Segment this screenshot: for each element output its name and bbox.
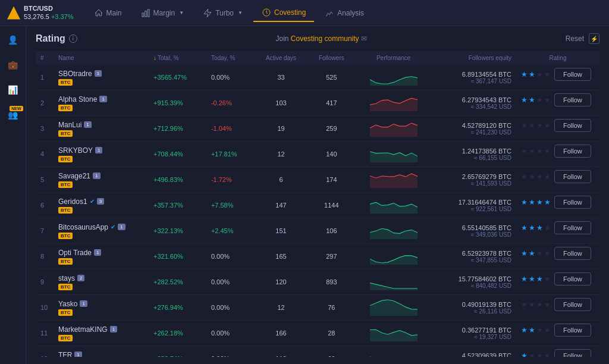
nav-item-covesting[interactable]: Covesting <box>253 4 314 22</box>
total-cell: +496.83% <box>149 167 206 193</box>
active-days-cell: 19 <box>254 116 307 142</box>
rank-cell: 6 <box>36 193 54 218</box>
top-navigation: BTC/USD 53,276.5 +3.37% Main Margin ▼ Tu… <box>0 0 609 26</box>
star-rating: ★★★★ <box>521 96 551 104</box>
home-icon <box>94 8 103 18</box>
active-days-cell: 33 <box>254 65 307 90</box>
table-header-row: # Name ↓Total, % Today, % Active days Fo… <box>36 51 599 65</box>
performance-cell <box>355 269 432 295</box>
performance-cell <box>355 218 432 244</box>
usd-amount: ≈ 347,855 USD <box>437 257 511 263</box>
nav-item-turbo[interactable]: Turbo ▼ <box>194 5 251 21</box>
follow-button[interactable]: Follow <box>554 298 591 311</box>
usd-amount: ≈ 26,116 USD <box>437 308 511 315</box>
svg-marker-14 <box>370 330 417 341</box>
follow-button[interactable]: Follow <box>554 93 591 106</box>
active-days-cell: 103 <box>254 90 307 116</box>
follow-button[interactable]: Follow <box>554 170 591 183</box>
sidebar-icon-portfolio[interactable]: 💼 <box>7 58 20 71</box>
traders-table-container: # Name ↓Total, % Today, % Active days Fo… <box>36 51 599 357</box>
name-cell: Geridos1 ✔ 3 BTC <box>54 193 149 218</box>
name-cell: Savage21 1 BTC <box>54 167 149 193</box>
reset-button[interactable]: Reset <box>566 34 584 43</box>
today-cell: -0.26% <box>206 90 254 116</box>
btc-amount: 4.52789120 BTC <box>437 122 511 129</box>
performance-cell <box>355 193 432 218</box>
rating-cell: ★★★★ Follow <box>516 90 599 109</box>
table-row: 1 SBOtradre 1 BTC +3565.47% 0.00% 33 525… <box>36 65 599 90</box>
sidebar-icon-social[interactable]: 👥 NEW <box>7 108 20 121</box>
currency-tag: BTC <box>58 130 73 137</box>
equity-cell: 6.89134554 BTC ≈ 367,147 USD <box>432 65 516 90</box>
trader-badge: 1 <box>95 147 102 153</box>
table-row: 12 TFR 1 BTC +252.74% 0.00% 112 66 4.523… <box>36 346 599 357</box>
follow-button[interactable]: Follow <box>554 324 591 337</box>
star-rating: ★★★★ <box>521 121 551 130</box>
follow-button[interactable]: Follow <box>554 68 591 81</box>
nav-item-analysis[interactable]: Analysis <box>316 5 372 21</box>
today-cell: +17.81% <box>206 142 254 167</box>
follow-button[interactable]: Follow <box>554 272 591 285</box>
follow-button[interactable]: Follow <box>554 145 591 158</box>
rating-cell: ★★★★ Follow <box>516 346 599 357</box>
usd-amount: ≈ 349,036 USD <box>437 231 511 238</box>
btc-amount: 1.24173856 BTC <box>437 148 511 155</box>
turbo-icon <box>203 8 212 18</box>
followers-cell: 106 <box>308 218 355 244</box>
performance-cell <box>355 90 432 116</box>
total-cell: +276.94% <box>149 295 206 321</box>
follow-button[interactable]: Follow <box>554 196 591 209</box>
equity-cell: 0.36277191 BTC ≈ 19,327 USD <box>432 321 516 346</box>
active-days-cell: 12 <box>254 295 307 321</box>
today-cell: +7.58% <box>206 193 254 218</box>
followers-cell: 76 <box>308 295 355 321</box>
performance-cell <box>355 295 432 321</box>
ticker-pair: BTC/USD <box>24 5 74 12</box>
rating-title: Rating i <box>36 33 77 44</box>
trader-badge: 1 <box>94 249 101 256</box>
trader-badge: 1 <box>84 121 91 128</box>
btc-amount: 17.31646474 BTC <box>437 199 511 206</box>
active-days-cell: 120 <box>254 269 307 295</box>
performance-cell <box>355 321 432 346</box>
star-rating: ★★★★ <box>521 249 551 258</box>
sidebar-icon-user[interactable]: 👤 <box>7 33 20 46</box>
filter-icon[interactable]: ⚡ <box>589 33 599 44</box>
bar-chart-icon <box>141 8 150 18</box>
today-cell: 0.00% <box>206 65 254 90</box>
btc-amount: 0.49019139 BTC <box>437 301 511 308</box>
trader-name: Savage21 1 <box>58 172 144 180</box>
followers-cell: 417 <box>308 90 355 116</box>
usd-amount: ≈ 922,561 USD <box>437 206 511 212</box>
btc-amount: 0.36277191 BTC <box>437 327 511 334</box>
rank-cell: 10 <box>36 295 54 321</box>
rating-info-icon[interactable]: i <box>69 34 77 43</box>
followers-cell: 28 <box>308 321 355 346</box>
sidebar-icon-chart[interactable]: 📊 <box>7 83 20 96</box>
nav-label-turbo: Turbo <box>215 9 234 17</box>
svg-marker-5 <box>370 98 417 111</box>
col-active-days: Active days <box>254 51 307 65</box>
follow-button[interactable]: Follow <box>554 221 591 234</box>
join-community-link[interactable]: Covesting community <box>291 34 359 43</box>
follow-button[interactable]: Follow <box>554 119 591 132</box>
follow-button[interactable]: Follow <box>554 247 591 260</box>
total-cell: +322.13% <box>149 218 206 244</box>
logo-icon <box>7 7 20 20</box>
verified-icon: ✔ <box>90 198 95 205</box>
currency-tag: BTC <box>58 258 73 265</box>
active-days-cell: 165 <box>254 244 307 269</box>
equity-cell: 17.31646474 BTC ≈ 922,561 USD <box>432 193 516 218</box>
performance-cell <box>355 116 432 142</box>
svg-rect-0 <box>142 13 144 17</box>
nav-label-margin: Margin <box>153 9 175 17</box>
trader-badge: 1 <box>74 352 81 357</box>
follow-button[interactable]: Follow <box>554 349 591 357</box>
name-cell: Yasko 1 BTC <box>54 295 149 321</box>
col-followers: Followers <box>308 51 355 65</box>
star-rating: ★★★★ <box>521 147 551 155</box>
join-community: Join Covesting community ✉ <box>77 34 566 43</box>
nav-item-main[interactable]: Main <box>86 5 130 21</box>
currency-tag: BTC <box>58 105 73 111</box>
nav-item-margin[interactable]: Margin ▼ <box>133 5 193 21</box>
